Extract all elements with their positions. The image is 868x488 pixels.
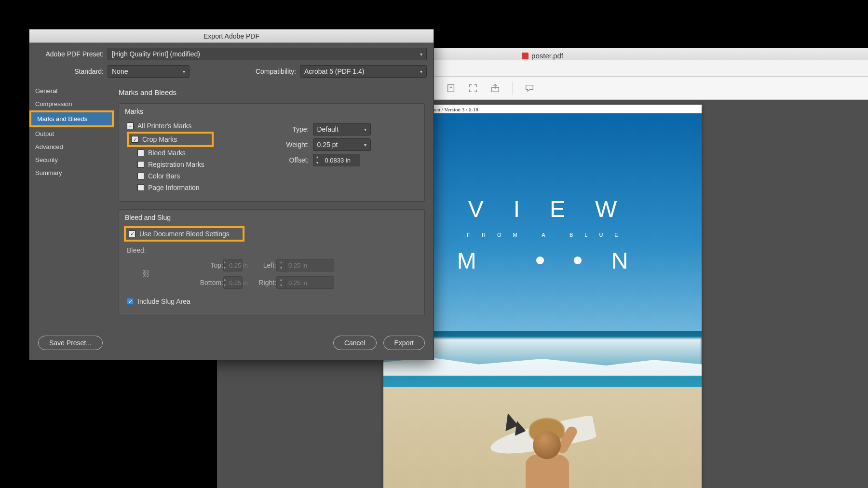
- mark-weight-select[interactable]: 0.25 pt▾: [313, 138, 371, 151]
- standard-label: Standard:: [36, 68, 104, 75]
- bleed-label: Bleed:: [127, 246, 417, 254]
- offset-label: Offset:: [279, 156, 309, 164]
- preset-select[interactable]: [High Quality Print] (modified)▾: [108, 48, 427, 60]
- surfer-figure: [499, 392, 586, 488]
- marks-group-title: Marks: [125, 108, 417, 115]
- use-document-bleed-checkbox[interactable]: Use Document Bleed Settings: [124, 226, 244, 242]
- save-preset-button[interactable]: Save Preset...: [38, 336, 103, 350]
- bleed-group-title: Bleed and Slug: [125, 214, 417, 221]
- crop-marks-checkbox[interactable]: Crop Marks: [127, 132, 214, 147]
- panel-title: Marks and Bleeds: [119, 88, 425, 96]
- svg-rect-2: [448, 84, 454, 92]
- fit-page-icon[interactable]: [446, 83, 456, 94]
- sidebar-item-advanced[interactable]: Advanced: [29, 140, 114, 153]
- share-icon[interactable]: [490, 83, 501, 94]
- weight-label: Weight:: [279, 141, 309, 149]
- dialog-sidebar: General Compression Marks and Bleeds Out…: [29, 82, 114, 329]
- sidebar-item-summary[interactable]: Summary: [29, 166, 114, 179]
- separator: [512, 81, 513, 95]
- bleed-right-input: ▴▾: [276, 276, 334, 289]
- export-button[interactable]: Export: [383, 336, 425, 350]
- offset-input[interactable]: ▴▾: [313, 154, 360, 166]
- sidebar-item-marks-and-bleeds[interactable]: Marks and Bleeds: [29, 110, 114, 127]
- registration-marks-checkbox[interactable]: Registration Marks: [127, 159, 265, 170]
- bleed-left-input: ▴▾: [276, 259, 334, 271]
- export-pdf-dialog: Export Adobe PDF Adobe PDF Preset: [High…: [29, 29, 434, 360]
- bleed-bottom-label: Bottom:: [165, 279, 223, 286]
- dialog-footer: Save Preset... Cancel Export: [29, 329, 434, 360]
- fullscreen-icon[interactable]: [468, 83, 478, 94]
- dialog-header: Adobe PDF Preset: [High Quality Print] (…: [29, 43, 434, 82]
- cancel-button[interactable]: Cancel: [333, 336, 377, 350]
- sidebar-item-general[interactable]: General: [29, 84, 114, 97]
- bleed-marks-checkbox[interactable]: Bleed Marks: [127, 147, 265, 159]
- type-label: Type:: [279, 125, 309, 133]
- all-printers-marks-checkbox[interactable]: All Printer's Marks: [127, 120, 265, 132]
- pdf-icon: [522, 53, 529, 59]
- color-bars-checkbox[interactable]: Color Bars: [127, 170, 265, 182]
- marks-group: Marks All Printer's Marks Crop Marks Ble…: [119, 103, 425, 202]
- dialog-title: Export Adobe PDF: [29, 29, 434, 43]
- sidebar-item-output[interactable]: Output: [29, 127, 114, 140]
- bleed-top-input: ▴▾: [223, 259, 243, 271]
- compatibility-select[interactable]: Acrobat 5 (PDF 1.4)▾: [300, 65, 427, 78]
- link-icon[interactable]: ⛓: [127, 270, 165, 278]
- compat-label: Compatibility:: [238, 68, 296, 75]
- sidebar-item-security[interactable]: Security: [29, 153, 114, 166]
- comment-icon[interactable]: [524, 83, 535, 94]
- bleed-top-label: Top:: [165, 261, 223, 269]
- preset-label: Adobe PDF Preset:: [36, 50, 104, 58]
- mark-type-select[interactable]: Default▾: [313, 123, 371, 136]
- standard-select[interactable]: None▾: [108, 65, 190, 78]
- bleed-slug-group: Bleed and Slug Use Document Bleed Settin…: [119, 209, 425, 315]
- page-information-checkbox[interactable]: Page Information: [127, 182, 265, 193]
- panel-marks-and-bleeds: Marks and Bleeds Marks All Printer's Mar…: [114, 82, 434, 329]
- include-slug-checkbox[interactable]: Include Slug Area: [127, 296, 417, 307]
- bleed-bottom-input: ▴▾: [223, 276, 243, 289]
- sidebar-item-compression[interactable]: Compression: [29, 97, 114, 110]
- acrobat-filename: poster.pdf: [531, 52, 563, 60]
